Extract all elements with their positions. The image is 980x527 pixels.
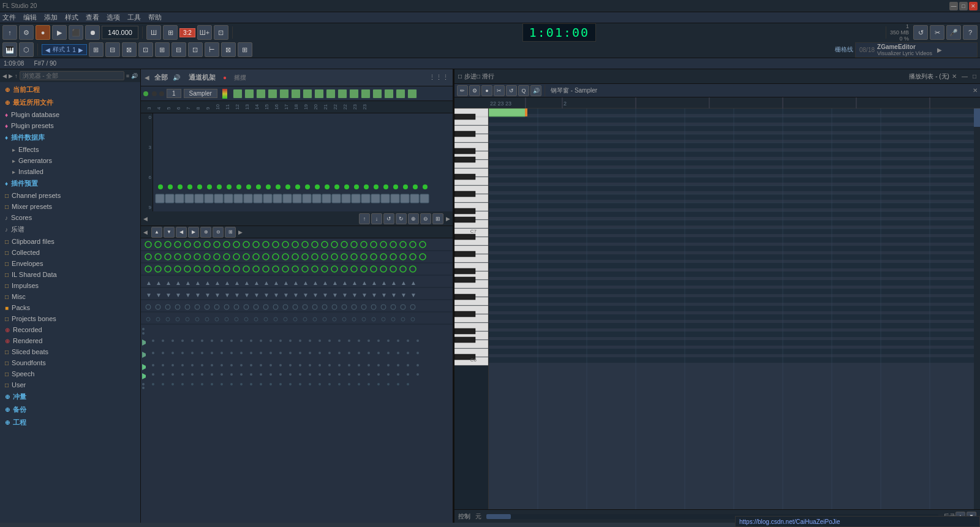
sys-icon-2[interactable]: ✂ xyxy=(930,25,944,40)
piano-icon[interactable]: 🎹 xyxy=(2,42,17,57)
sidebar-item-channel-presets[interactable]: □ Channel presets xyxy=(0,190,140,201)
sidebar-item-collected[interactable]: □ Collected xyxy=(0,247,140,258)
sidebar-item-misc[interactable]: □ Misc xyxy=(0,291,140,302)
grid-btn-7[interactable]: ⊡ xyxy=(188,42,203,57)
step-nav-7[interactable]: ⊞ xyxy=(432,213,443,224)
pr-tool-2[interactable]: ⚙ xyxy=(469,85,480,96)
minimize-button[interactable]: — xyxy=(949,2,958,10)
grid-btn-10[interactable]: ⊞ xyxy=(238,42,252,57)
step-btn-16[interactable] xyxy=(407,89,417,99)
sidebar-item-rendered[interactable]: ⊕ Rendered xyxy=(0,335,140,346)
pr-close2[interactable]: ✕ xyxy=(973,87,978,94)
sidebar-item-recorded[interactable]: ⊕ Recorded xyxy=(0,324,140,335)
sidebar-nav-up[interactable]: ↑ xyxy=(15,73,18,79)
sys-icon-mic[interactable]: 🎤 xyxy=(946,25,961,40)
menu-tools[interactable]: 工具 xyxy=(127,13,141,22)
snav2-4[interactable]: ▶ xyxy=(188,227,199,238)
toolbar-icon-2[interactable]: ⚙ xyxy=(19,25,34,40)
step-btn-13[interactable] xyxy=(372,89,382,99)
sidebar-item-plugin-presets-cn[interactable]: ♦ 插件预置 xyxy=(0,177,140,190)
snav2-5[interactable]: ⊕ xyxy=(200,227,211,238)
menu-edit[interactable]: 编辑 xyxy=(23,13,37,22)
menu-add[interactable]: 添加 xyxy=(44,13,58,22)
sidebar-item-current-project[interactable]: ⊕ 当前工程 xyxy=(0,83,140,96)
sidebar-nav-fwd[interactable]: ▶ xyxy=(9,73,13,79)
toolbar-mode-2[interactable]: ⊞ xyxy=(163,25,178,40)
step-nav-2[interactable]: ↓ xyxy=(371,213,382,224)
step-btn-9[interactable] xyxy=(326,89,336,99)
step-scroll-right[interactable]: ▶ xyxy=(446,216,450,222)
sidebar-item-clipboard[interactable]: □ Clipboard files xyxy=(0,236,140,247)
sidebar-item-plugin-presets[interactable]: ♦ Plugin presets xyxy=(0,120,140,131)
step-nav-1[interactable]: ↑ xyxy=(359,213,370,224)
sidebar-item-scores[interactable]: ♪ Scores xyxy=(0,212,140,223)
sidebar-item-user[interactable]: □ User xyxy=(0,379,140,390)
snav2-7[interactable]: ⊞ xyxy=(225,227,236,238)
step-btn-7[interactable] xyxy=(303,89,312,99)
pr-tool-6[interactable]: Q xyxy=(518,85,529,96)
menu-view[interactable]: 查看 xyxy=(86,13,99,22)
grid-btn-1[interactable]: ⊞ xyxy=(89,42,104,57)
step-nav-3[interactable]: ↺ xyxy=(383,213,394,224)
pr-max-btn[interactable]: □ xyxy=(973,73,976,80)
step-nav-6[interactable]: ⊖ xyxy=(420,213,431,224)
mixer-nav-left[interactable]: ◀ xyxy=(145,74,149,81)
pr-tool-5[interactable]: ↺ xyxy=(506,85,517,96)
toolbar-mode-1[interactable]: Ш xyxy=(146,25,161,40)
step-btn-12[interactable] xyxy=(361,89,371,99)
sidebar-view-icon[interactable]: ≡ xyxy=(126,73,129,79)
sidebar-item-speech[interactable]: □ Speech xyxy=(0,368,140,379)
step-btn-15[interactable] xyxy=(396,89,405,99)
connect-icon[interactable]: ⬡ xyxy=(19,42,34,57)
pr-hscroll-thumb[interactable] xyxy=(486,514,511,519)
grid-btn-5[interactable]: ⊞ xyxy=(155,42,170,57)
toolbar-mode-5[interactable]: ⊡ xyxy=(214,25,228,40)
sidebar-item-backup-cn[interactable]: ⊕ 备份 xyxy=(0,403,140,416)
bpm-display[interactable]: 140.000 xyxy=(102,26,138,39)
pr-tool-7[interactable]: 🔊 xyxy=(530,85,541,96)
sidebar-item-packs[interactable]: ■ Packs xyxy=(0,302,140,313)
snav2-2[interactable]: ▼ xyxy=(164,227,175,238)
step-scroll-left2[interactable]: ◀ xyxy=(143,229,148,235)
snav2-3[interactable]: ◀ xyxy=(176,227,187,238)
pr-tool-1[interactable]: ✏ xyxy=(457,85,468,96)
step-btn-8[interactable] xyxy=(314,89,324,99)
pr-vscroll-thumb[interactable] xyxy=(974,108,980,127)
step-rows-container[interactable]: ▲▲▲ ▲▲▲ ▲▲▲ ▲▲▲ ▲▲▲ ▲▲▲ ▲▲▲ ▲▲▲ ▲▲▲ ▲ ▼▼… xyxy=(141,238,453,523)
sidebar-item-soundfonts[interactable]: □ Soundfonts xyxy=(0,357,140,368)
sidebar-item-plugin-db-cn[interactable]: ♦ 插件数据库 xyxy=(0,131,140,144)
plugin-name[interactable]: ZGameEditor xyxy=(877,44,932,50)
plugin-arrow[interactable]: ▶ xyxy=(937,47,942,53)
sidebar-item-envelopes[interactable]: □ Envelopes xyxy=(0,258,140,269)
snav2-6[interactable]: ⊖ xyxy=(213,227,224,238)
grid-btn-9[interactable]: ⊠ xyxy=(221,42,236,57)
sidebar-item-plugin-db[interactable]: ♦ Plugin database xyxy=(0,109,140,120)
pianoroll-grid[interactable] xyxy=(489,108,980,509)
sidebar-search[interactable] xyxy=(20,71,124,80)
sampler-label[interactable]: Sampler xyxy=(184,89,217,98)
pattern-arrow-left[interactable]: ◀ xyxy=(45,47,50,53)
step-nav-4[interactable]: ↻ xyxy=(396,213,407,224)
toolbar-icon-6[interactable]: ⏺ xyxy=(85,25,100,40)
grid-btn-3[interactable]: ⊠ xyxy=(122,42,137,57)
grid-btn-8[interactable]: ⊢ xyxy=(205,42,219,57)
sidebar-item-project-cn[interactable]: ⊕ 工程 xyxy=(0,416,140,429)
step-btn-4[interactable] xyxy=(268,89,277,99)
sidebar-nav-back[interactable]: ◀ xyxy=(2,73,7,79)
sys-icon-1[interactable]: ↺ xyxy=(913,25,928,40)
step-btn-10[interactable] xyxy=(337,89,347,99)
menu-help[interactable]: 帮助 xyxy=(148,13,162,22)
sidebar-item-installed[interactable]: ▸ Installed xyxy=(0,166,140,177)
grid-btn-6[interactable]: ⊟ xyxy=(172,42,186,57)
grid-btn-4[interactable]: ⊡ xyxy=(138,42,153,57)
pr-min-btn[interactable]: — xyxy=(962,73,968,80)
mixer-expand-icon[interactable]: ⋮⋮⋮ xyxy=(429,74,449,82)
toolbar-icon-rec[interactable]: ● xyxy=(36,25,50,40)
step-advance-icon[interactable]: □ xyxy=(458,73,462,80)
maximize-button[interactable]: □ xyxy=(959,2,968,10)
sidebar-item-effects[interactable]: ▸ Effects xyxy=(0,144,140,155)
piano-keys-svg[interactable]: C7 C6 xyxy=(454,108,489,509)
pr-close-btn[interactable]: ✕ xyxy=(952,73,957,80)
step-scroll-left[interactable]: ◀ xyxy=(143,216,148,222)
pr-tool-4[interactable]: ✂ xyxy=(494,85,505,96)
